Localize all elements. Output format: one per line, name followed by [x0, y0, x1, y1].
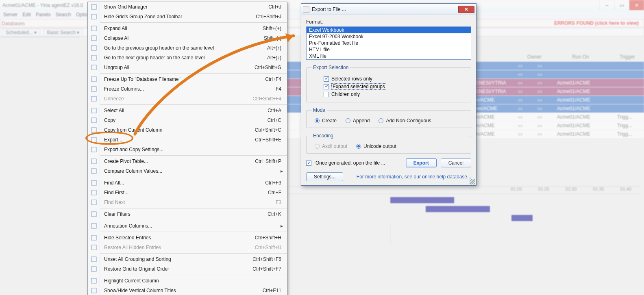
dialog-titlebar[interactable]: Export to File ... ✕ [301, 4, 476, 15]
ctx-item[interactable]: Copy from Current ColumnCtrl+Shift+C [88, 125, 287, 135]
encoding-ascii-radio [315, 144, 320, 149]
dialog-close-button[interactable]: ✕ [458, 6, 474, 13]
ctx-item[interactable]: Go to the previous group header on the s… [88, 43, 287, 53]
svg-rect-20 [91, 212, 96, 217]
menu-item[interactable]: Edit [22, 12, 31, 17]
svg-rect-27 [91, 288, 96, 293]
svg-rect-25 [91, 267, 96, 271]
close-button[interactable]: ✕ [629, 0, 644, 10]
svg-rect-2 [91, 26, 96, 31]
mode-group: Mode Create Append Add Non-Contiguous [306, 107, 471, 128]
ctx-item: Restore All Hidden EntriesCtrl+Shift+U [88, 243, 287, 252]
resize-grip[interactable] [470, 179, 475, 184]
ctx-item[interactable]: Unset All Grouping and SortingCtrl+Shift… [88, 254, 287, 264]
databases-tree: ▸Acme01/ACME (89/2...)IDs (0/3)admin4 (0… [0, 37, 80, 37]
export-icon [303, 6, 309, 13]
ctx-item: Find NextF3 [88, 197, 287, 207]
svg-rect-16 [91, 169, 96, 174]
svg-rect-12 [91, 128, 96, 132]
svg-rect-15 [91, 159, 96, 164]
ctx-item[interactable]: Go to the next group header on the same … [88, 53, 287, 63]
svg-rect-3 [91, 36, 96, 41]
ctx-item[interactable]: Freeze Up To "Database Filename"Ctrl+F4 [88, 74, 287, 84]
svg-rect-1 [91, 14, 96, 19]
ctx-item[interactable]: Ungroup AllCtrl+Shift+G [88, 63, 287, 72]
ctx-item[interactable]: Clear FiltersCtrl+K [88, 209, 287, 219]
timeline-chart: 01:2001:2501:3001:3501:40 Apr 27, 2016 [283, 186, 640, 187]
svg-rect-0 [91, 4, 96, 9]
ctx-item[interactable]: Hide Grid's Group Zone and ToolbarCtrl+S… [88, 12, 287, 22]
svg-rect-9 [91, 96, 96, 101]
ctx-item[interactable]: Find All...Ctrl+F3 [88, 178, 287, 188]
ctx-item[interactable]: Freeze Columns...F4 [88, 84, 287, 94]
col-runon: Run On [544, 54, 617, 60]
open-file-checkbox[interactable] [306, 161, 311, 166]
app-title: Acme01/ACME - Ytria agentEZ v16.0 [2, 2, 83, 8]
maximize-button[interactable]: ▭ [614, 0, 629, 10]
encoding-group: Encoding Ascii output Unicode output [306, 133, 471, 154]
mode-create-radio[interactable] [315, 118, 320, 123]
menu-item[interactable]: Server [3, 12, 17, 17]
grid-context-menu: Show Grid ManagerCtrl+JHide Grid's Group… [87, 2, 287, 295]
mode-append-radio[interactable] [346, 118, 350, 123]
format-listbox[interactable]: Excel WorkbookExcel 97-2003 WorkbookPre-… [306, 26, 471, 60]
svg-rect-18 [91, 190, 96, 195]
minimize-button[interactable]: – [599, 0, 614, 10]
ctx-item: UnfreezeCtrl+Shift+F4 [88, 94, 287, 104]
svg-rect-7 [91, 77, 96, 82]
svg-rect-26 [91, 278, 96, 283]
ctx-item[interactable]: Restore Grid to Original OrderCtrl+Shift… [88, 264, 287, 274]
ctx-item[interactable]: Show/Hide Vertical Column TitlesCtrl+F11 [88, 286, 287, 295]
export-selection-group: Export Selection Selected rows only Expa… [306, 65, 471, 102]
ctx-item[interactable]: Annotation Columns...▸ [88, 221, 287, 231]
ctx-item[interactable]: Hide Selected EntriesCtrl+Shift+H [88, 233, 287, 243]
window-controls: – ▭ ✕ [599, 0, 644, 10]
svg-rect-8 [91, 87, 96, 91]
ctx-item[interactable]: CopyCtrl+C [88, 115, 287, 125]
encoding-unicode-radio[interactable] [356, 144, 361, 149]
basic-search-dropdown[interactable]: Basic Search ▾ [43, 28, 83, 37]
children-only-checkbox[interactable] [324, 92, 329, 97]
svg-rect-11 [91, 118, 96, 123]
ctx-item[interactable]: Export and Copy Settings... [88, 145, 287, 154]
svg-rect-24 [91, 257, 96, 262]
ctx-item[interactable]: Find First...Ctrl+F [88, 188, 287, 197]
svg-rect-22 [91, 235, 96, 240]
format-option[interactable]: Excel 97-2003 Workbook [307, 33, 471, 40]
ctx-item[interactable]: Select AllCtrl+A [88, 106, 287, 115]
export-to-file-dialog: Export to File ... ✕ Format: Excel Workb… [301, 3, 476, 186]
ctx-item[interactable]: Collapse AllShift+(-) [88, 33, 287, 43]
svg-rect-21 [91, 223, 96, 228]
expand-selected-groups-label: Expand selected groups [331, 83, 386, 90]
format-option[interactable]: Excel Workbook [307, 27, 471, 33]
export-button[interactable]: Export [406, 158, 437, 167]
mode-addnon-radio[interactable] [379, 118, 383, 123]
col-trigger: Trigger [620, 54, 644, 60]
dialog-title: Export to File ... [312, 7, 458, 12]
ctx-item[interactable]: Create Pivot Table...Ctrl+Shift+P [88, 156, 287, 166]
svg-rect-19 [91, 200, 96, 205]
selected-rows-checkbox[interactable] [324, 76, 329, 82]
format-label: Format: [306, 19, 471, 25]
ctx-item[interactable]: Compare Column Values...▸ [88, 166, 287, 176]
svg-rect-5 [91, 55, 96, 60]
svg-rect-23 [91, 245, 96, 250]
expand-selected-groups-checkbox[interactable] [324, 84, 329, 89]
help-link[interactable]: For more information, see our online hel… [357, 174, 471, 180]
format-option[interactable]: HTML file [307, 46, 471, 53]
svg-rect-10 [91, 108, 96, 113]
ctx-item[interactable]: Export...Ctrl+Shift+E [88, 135, 287, 145]
format-option[interactable]: Pre-Formatted Text file [307, 40, 471, 46]
settings-button[interactable]: Settings... [306, 172, 343, 181]
format-option[interactable]: XML file [307, 53, 471, 59]
ctx-item[interactable]: Expand AllShift+(+) [88, 24, 287, 33]
svg-rect-13 [91, 137, 96, 142]
menu-item[interactable]: Panels [36, 12, 51, 17]
ctx-item[interactable]: Show Grid ManagerCtrl+J [88, 2, 287, 12]
scheduled-dropdown[interactable]: Scheduled... ▾ [2, 28, 40, 37]
ctx-item[interactable]: Highlight Current Column [88, 276, 287, 286]
menu-item[interactable]: Search [56, 12, 71, 17]
col-owner: Owner [527, 54, 542, 60]
cancel-button[interactable]: Cancel [441, 158, 471, 167]
svg-rect-14 [91, 147, 96, 152]
